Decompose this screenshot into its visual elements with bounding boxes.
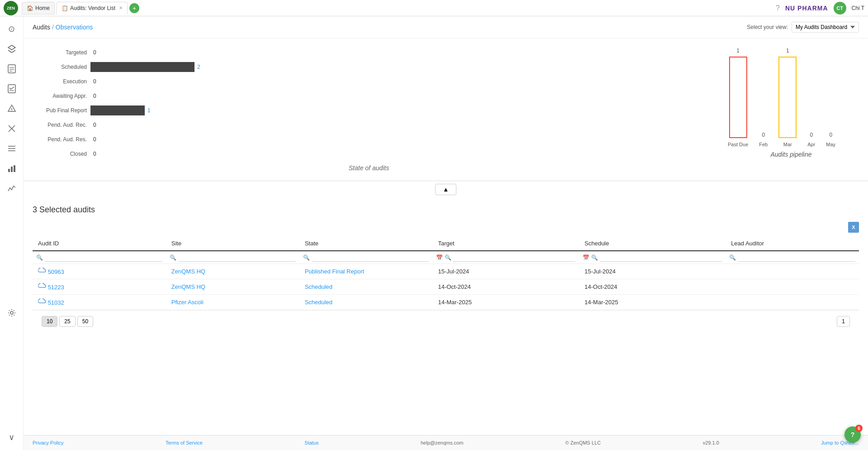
fab-badge: 6 (855, 425, 863, 432)
site-link-1[interactable]: ZenQMS HQ (171, 268, 205, 275)
col-header-lead-auditor: Lead Auditor (726, 236, 859, 251)
audit-table: Audit ID Site State Target Schedule Lead… (33, 236, 859, 310)
tab-close-icon[interactable]: ✕ (119, 5, 123, 10)
filter-state: 🔍 (303, 253, 429, 262)
table-row: 51223 ZenQMS HQ Scheduled 14-Oct-2024 14… (33, 279, 859, 295)
export-button[interactable]: X (848, 222, 859, 233)
collapse-handle[interactable]: ▲ (24, 181, 868, 198)
state-link-1[interactable]: Published Final Report (305, 268, 365, 275)
terms-of-service-link[interactable]: Terms of Service (166, 440, 203, 445)
fab-icon: ? (851, 431, 855, 438)
sidebar-item-list[interactable] (3, 139, 21, 158)
audit-id-link-1[interactable]: 50963 (48, 268, 64, 275)
cloud-icon-3 (38, 298, 46, 305)
filter-input-target[interactable] (453, 253, 575, 262)
site-link-3[interactable]: Pfizer Ascoli (171, 299, 204, 306)
sidebar-item-training[interactable] (3, 40, 21, 58)
search-icon-target: 🔍 (445, 254, 451, 261)
chart-bar-scheduled (90, 62, 194, 72)
filter-input-schedule[interactable] (600, 253, 722, 262)
filter-cell-schedule: 📅 🔍 (579, 251, 726, 264)
pipeline-col-apr: 0 0 Apr (807, 38, 815, 147)
tab-home[interactable]: 🏠 Home (22, 2, 55, 14)
chart-row-targeted: Targeted 0 (33, 48, 696, 57)
filter-input-audit-id[interactable] (45, 253, 162, 262)
cell-audit-id-2: 51223 (33, 279, 166, 295)
pipeline-count-feb: 0 (762, 132, 765, 138)
sidebar-item-home[interactable]: ⊙ (3, 20, 21, 38)
sidebar-item-cross[interactable] (3, 120, 21, 138)
filter-cell-target: 📅 🔍 (432, 251, 579, 264)
state-link-3[interactable]: Scheduled (305, 299, 332, 306)
sidebar-item-alerts[interactable] (3, 100, 21, 118)
chart-val-scheduled: 2 (197, 64, 200, 70)
sidebar-item-documents[interactable] (3, 60, 21, 78)
audit-id-link-3[interactable]: 51032 (48, 299, 64, 306)
pipeline-bar-pastdue (729, 57, 747, 138)
cell-state-2: Scheduled (299, 279, 433, 295)
avatar[interactable]: CT (834, 2, 846, 14)
search-icon-lead-auditor: 🔍 (729, 254, 736, 261)
cell-target-1: 15-Jul-2024 (432, 264, 579, 279)
chart-bar-area-closed: 0 (90, 149, 696, 159)
breadcrumb-current[interactable]: Observations (56, 24, 93, 31)
chart-val-targeted: 0 (93, 49, 96, 56)
sidebar-item-linechart[interactable] (3, 179, 21, 197)
status-link[interactable]: Status (304, 440, 318, 445)
page-size-50[interactable]: 50 (77, 316, 93, 327)
filter-input-lead-auditor[interactable] (738, 253, 855, 262)
footer-version: v29.1.0 (703, 440, 719, 445)
breadcrumb-parent: Audits (33, 24, 50, 31)
topbar-right: ? NU PHARMA CT Chi T (776, 2, 864, 14)
site-link-2[interactable]: ZenQMS HQ (171, 283, 205, 290)
footer-company: © ZenQMS LLC (565, 440, 601, 445)
sidebar-item-settings[interactable] (3, 304, 21, 322)
fab-button[interactable]: ? 6 (844, 426, 861, 443)
state-chart-title: State of audits (33, 164, 705, 172)
cell-lead-auditor-1 (726, 264, 859, 279)
chart-label-execution: Execution (33, 78, 87, 85)
state-link-2[interactable]: Scheduled (305, 283, 332, 290)
chart-row-execution: Execution 0 (33, 77, 696, 86)
app-logo[interactable]: ZEN (4, 1, 18, 15)
table-row: 50963 ZenQMS HQ Published Final Report 1… (33, 264, 859, 279)
filter-audit-id: 🔍 (36, 253, 162, 262)
chart-val-closed: 0 (93, 151, 96, 157)
filter-cell-audit-id: 🔍 (33, 251, 166, 264)
chart-row-pub-final: Pub Final Report 1 (33, 105, 696, 115)
filter-cell-site: 🔍 (166, 251, 299, 264)
breadcrumb-separator: / (52, 24, 54, 31)
view-select-dropdown[interactable]: My Audits Dashboard All Audits Team Audi… (792, 22, 859, 33)
table-header-row: Audit ID Site State Target Schedule Lead… (33, 236, 859, 251)
sidebar-collapse-icon[interactable]: ∨ (3, 428, 21, 446)
pagination-bar: 10 25 50 1 (33, 310, 859, 332)
page-nav: 1 (837, 316, 850, 327)
svg-point-16 (10, 311, 13, 314)
page-size-10[interactable]: 10 (42, 316, 57, 327)
section-title: 3 Selected audits (33, 205, 859, 215)
collapse-button[interactable]: ▲ (435, 184, 456, 195)
filter-cell-lead-auditor: 🔍 (726, 251, 859, 264)
pipeline-col-may: 0 0 May (826, 38, 835, 147)
audit-id-link-2[interactable]: 51223 (48, 284, 64, 291)
sidebar-item-tasks[interactable] (3, 80, 21, 98)
cell-lead-auditor-3 (726, 295, 859, 310)
filter-input-site[interactable] (178, 253, 296, 262)
search-icon-audit-id: 🔍 (36, 254, 43, 261)
privacy-policy-link[interactable]: Privacy Policy (33, 440, 63, 445)
chart-row-pend-res: Pend. Aud. Res. 0 (33, 134, 696, 144)
help-icon[interactable]: ? (776, 4, 780, 12)
table-row: 51032 Pfizer Ascoli Scheduled 14-Mar-202… (33, 295, 859, 310)
chart-row-awaiting: Awaiting Appr. 0 (33, 91, 696, 101)
pipeline-label-apr: Apr (807, 142, 815, 147)
filter-input-state[interactable] (312, 253, 429, 262)
tab-audits-vendor-list[interactable]: 📋 Audits: Vendor List ✕ (57, 2, 128, 14)
sidebar-item-barchart[interactable] (3, 159, 21, 177)
cell-lead-auditor-2 (726, 279, 859, 295)
page-number-1[interactable]: 1 (837, 316, 850, 327)
pipeline-chart: 1 Past Due 0 0 Feb (723, 48, 859, 172)
col-header-schedule: Schedule (579, 236, 726, 251)
add-tab-button[interactable]: + (129, 3, 139, 13)
pipeline-label-may: May (826, 142, 835, 147)
page-size-25[interactable]: 25 (59, 316, 75, 327)
